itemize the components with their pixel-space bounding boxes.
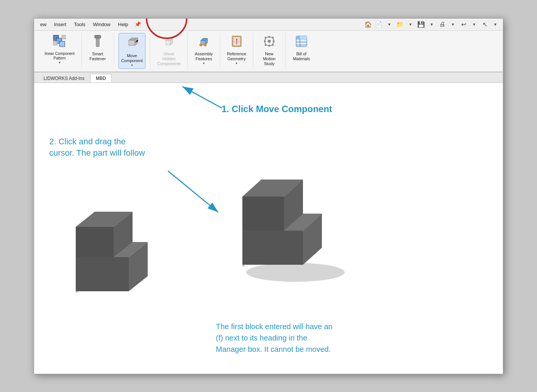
reference-geometry-label: ReferenceGeometry <box>227 52 246 61</box>
linear-buttons: linear ComponentPattern ▼ <box>42 33 77 67</box>
move-arrow: ▼ <box>130 64 133 67</box>
svg-rect-26 <box>268 36 270 38</box>
svg-rect-29 <box>273 41 275 42</box>
svg-marker-56 <box>242 197 284 231</box>
assembly-features-label: AssemblyFeatures <box>195 52 213 61</box>
svg-point-52 <box>246 263 345 282</box>
new-motion-icon <box>262 34 276 50</box>
svg-rect-5 <box>95 35 101 38</box>
smart-fastener-label: Smart Fastener <box>89 52 106 61</box>
undo-icon[interactable]: ↩ <box>459 20 468 29</box>
svg-rect-40 <box>300 36 307 39</box>
svg-text:✳: ✳ <box>75 289 79 294</box>
new-file-icon[interactable]: 📄 <box>374 20 383 29</box>
dropdown3-icon[interactable]: ▼ <box>427 20 436 29</box>
smart-fastener-btn[interactable]: Smart Fastener <box>86 33 109 63</box>
menu-window[interactable]: Window <box>90 21 114 28</box>
svg-marker-11 <box>166 41 170 45</box>
bill-of-materials-icon <box>295 34 308 50</box>
dropdown-icon[interactable]: ▼ <box>385 20 394 29</box>
move-component-btn[interactable]: MoveComponent ▼ <box>119 33 145 69</box>
bom-buttons: Bill ofMaterials <box>290 33 313 64</box>
ribbon-group-linear: linear ComponentPattern ▼ <box>38 33 82 67</box>
ribbon-group-show-hidden: ShowHiddenComponents <box>150 33 188 70</box>
svg-rect-3 <box>53 41 57 45</box>
dropdown5-icon[interactable]: ▼ <box>470 20 479 29</box>
svg-rect-27 <box>268 45 270 47</box>
dropdown4-icon[interactable]: ▼ <box>448 20 457 29</box>
bill-of-materials-label: Bill ofMaterials <box>293 52 310 61</box>
assembly-features-icon <box>197 34 211 50</box>
quick-access-toolbar: 🏠 📄 ▼ 📁 ▼ 💾 ▼ 🖨 ▼ ↩ ▼ ↖ ▼ <box>364 20 500 29</box>
reference-geometry-btn[interactable]: ReferenceGeometry ▼ <box>225 33 248 67</box>
left-block: ✳ <box>68 181 174 304</box>
bill-of-materials-btn[interactable]: Bill ofMaterials <box>290 33 313 63</box>
right-block: ✳ <box>235 147 356 285</box>
svg-marker-48 <box>76 227 114 257</box>
svg-rect-39 <box>296 36 300 39</box>
svg-marker-45 <box>76 257 129 291</box>
reference-geometry-icon <box>230 34 244 50</box>
svg-rect-4 <box>62 35 66 39</box>
main-window: ew Insert Tools Window Help 📌 🏠 📄 ▼ 📁 ▼ … <box>34 18 503 374</box>
main-content: 1. Click Move Component 2. Click and dra… <box>34 83 503 374</box>
pin-icon: 📌 <box>134 21 141 27</box>
assembly-arrow: ▼ <box>202 62 205 65</box>
new-motion-study-btn[interactable]: NewMotionStudy <box>258 33 281 68</box>
menu-bar: ew Insert Tools Window Help 📌 🏠 📄 ▼ 📁 ▼ … <box>34 19 503 31</box>
linear-component-btn[interactable]: linear ComponentPattern ▼ <box>42 33 77 66</box>
ribbon-group-fastener: Smart Fastener <box>82 33 114 64</box>
left-block-svg: ✳ <box>68 181 174 303</box>
linear-component-icon <box>53 34 66 50</box>
step2-annotation: 2. Click and drag the cursor. The part w… <box>49 136 145 159</box>
tab-bar: LIDWORKS Add-Ins MBD <box>34 72 503 83</box>
svg-point-21 <box>236 39 237 41</box>
cursor-icon[interactable]: ↖ <box>480 20 489 29</box>
linear-component-label: linear ComponentPattern <box>45 52 75 61</box>
fastener-buttons: Smart Fastener <box>86 33 109 64</box>
menu-ew[interactable]: ew <box>37 21 50 28</box>
home-icon[interactable]: 🏠 <box>364 20 373 29</box>
save-icon[interactable]: 💾 <box>417 20 426 29</box>
smart-fastener-icon <box>91 34 105 50</box>
ribbon-group-assembly: AssemblyFeatures ▼ <box>188 33 220 68</box>
menu-help[interactable]: Help <box>115 21 131 28</box>
move-component-icon <box>124 35 139 52</box>
move-component-label: MoveComponent <box>121 53 143 63</box>
dropdown2-icon[interactable]: ▼ <box>406 20 415 29</box>
print-icon[interactable]: 🖨 <box>438 20 447 29</box>
tab-add-ins[interactable]: LIDWORKS Add-Ins <box>38 74 90 83</box>
reference-arrow: ▼ <box>235 62 238 65</box>
show-hidden-btn[interactable]: ShowHiddenComponents <box>155 33 183 68</box>
assembly-features-btn[interactable]: AssemblyFeatures ▼ <box>192 33 215 67</box>
assembly-buttons: AssemblyFeatures ▼ <box>192 33 215 68</box>
tab-mbd[interactable]: MBD <box>90 74 112 83</box>
show-hidden-icon <box>162 34 176 50</box>
svg-marker-8 <box>129 40 135 45</box>
step1-annotation: 1. Click Move Component <box>222 104 332 114</box>
show-hidden-buttons: ShowHiddenComponents <box>155 33 183 70</box>
bottom-annotation: The first block entered will have an (f)… <box>216 321 333 355</box>
new-motion-label: NewMotionStudy <box>263 52 275 67</box>
right-block-svg: ✳ <box>235 147 356 284</box>
svg-point-17 <box>200 44 202 46</box>
dropdown6-icon[interactable]: ▼ <box>491 20 500 29</box>
svg-line-43 <box>182 86 222 108</box>
ribbon-group-bom: Bill ofMaterials <box>286 33 317 64</box>
svg-marker-53 <box>242 231 303 265</box>
move-buttons: MoveComponent ▼ <box>119 33 145 70</box>
svg-point-25 <box>268 40 271 43</box>
svg-text:✳: ✳ <box>242 263 245 268</box>
show-hidden-label: ShowHiddenComponents <box>157 52 181 67</box>
ribbon-group-motion: NewMotionStudy <box>253 33 286 70</box>
motion-buttons: NewMotionStudy <box>258 33 281 70</box>
svg-rect-2 <box>59 41 65 47</box>
menu-tools[interactable]: Tools <box>71 21 88 28</box>
ribbon-wrapper: linear ComponentPattern ▼ <box>34 31 503 72</box>
svg-point-18 <box>204 44 206 46</box>
svg-line-44 <box>168 171 219 212</box>
svg-rect-28 <box>264 41 266 42</box>
folder-icon[interactable]: 📁 <box>395 20 404 29</box>
ribbon-group-move: MoveComponent ▼ <box>114 33 150 70</box>
menu-insert[interactable]: Insert <box>51 21 70 28</box>
